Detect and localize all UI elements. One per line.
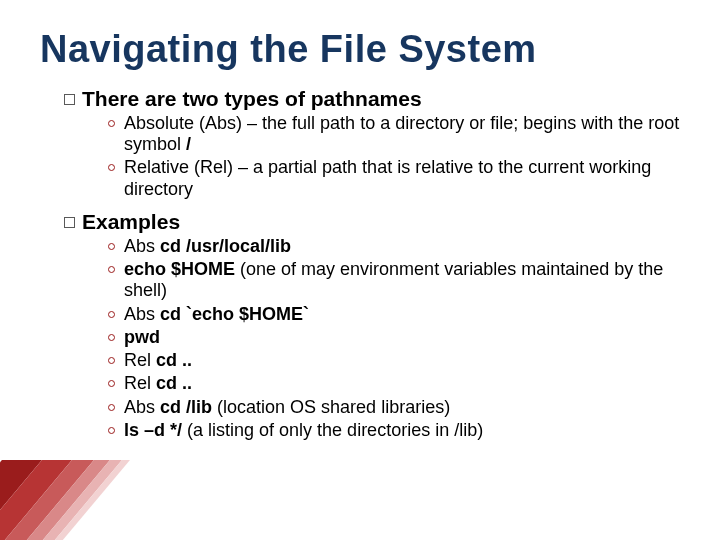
list-item: Relative (Rel) – a partial path that is … (108, 157, 680, 199)
corner-accent-icon (0, 460, 182, 540)
ring-bullet-icon (108, 266, 115, 273)
square-bullet-icon (64, 217, 75, 228)
heading-text: Examples (82, 210, 180, 234)
bullet-heading-examples: Examples (64, 210, 680, 234)
item-text: Abs cd /lib (location OS shared librarie… (124, 397, 680, 418)
sub-list-examples: Abs cd /usr/local/lib echo $HOME (one of… (108, 236, 680, 441)
list-item: Abs cd `echo $HOME` (108, 304, 680, 325)
list-item: Rel cd .. (108, 373, 680, 394)
list-item: Abs cd /lib (location OS shared librarie… (108, 397, 680, 418)
ring-bullet-icon (108, 164, 115, 171)
sub-list-pathnames: Absolute (Abs) – the full path to a dire… (108, 113, 680, 200)
item-text: Relative (Rel) – a partial path that is … (124, 157, 680, 199)
item-text: Rel cd .. (124, 373, 680, 394)
ring-bullet-icon (108, 311, 115, 318)
item-text: Abs cd /usr/local/lib (124, 236, 680, 257)
ring-bullet-icon (108, 334, 115, 341)
item-text: echo $HOME (one of may environment varia… (124, 259, 680, 301)
list-item: pwd (108, 327, 680, 348)
heading-text: There are two types of pathnames (82, 87, 422, 111)
ring-bullet-icon (108, 120, 115, 127)
item-text: Absolute (Abs) – the full path to a dire… (124, 113, 680, 155)
list-item: ls –d */ (a listing of only the director… (108, 420, 680, 441)
item-text: Abs cd `echo $HOME` (124, 304, 680, 325)
ring-bullet-icon (108, 404, 115, 411)
ring-bullet-icon (108, 357, 115, 364)
ring-bullet-icon (108, 427, 115, 434)
bullet-heading-pathnames: There are two types of pathnames (64, 87, 680, 111)
slide-title: Navigating the File System (40, 28, 680, 71)
list-item: Absolute (Abs) – the full path to a dire… (108, 113, 680, 155)
list-item: Rel cd .. (108, 350, 680, 371)
item-text: ls –d */ (a listing of only the director… (124, 420, 680, 441)
slide: Navigating the File System There are two… (0, 0, 720, 491)
bullet-list: There are two types of pathnames Absolut… (64, 87, 680, 441)
square-bullet-icon (64, 94, 75, 105)
item-text: pwd (124, 327, 680, 348)
item-text: Rel cd .. (124, 350, 680, 371)
ring-bullet-icon (108, 380, 115, 387)
list-item: Abs cd /usr/local/lib (108, 236, 680, 257)
ring-bullet-icon (108, 243, 115, 250)
list-item: echo $HOME (one of may environment varia… (108, 259, 680, 301)
